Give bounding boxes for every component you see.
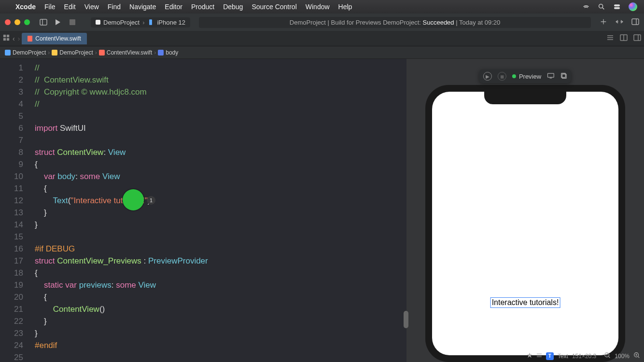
code-content[interactable]: // // ContentView.swift // Copyright © w… <box>29 59 208 362</box>
menu-source-control[interactable]: Source Control <box>252 3 296 11</box>
status-green-dot <box>512 74 516 78</box>
app-menu[interactable]: Xcode <box>15 3 36 11</box>
property-icon <box>158 50 164 56</box>
zoom-level[interactable]: 100% <box>615 353 630 360</box>
swift-file-icon <box>28 36 32 42</box>
svg-rect-9 <box>3 38 6 40</box>
change-count-badge: 1 <box>147 196 155 205</box>
svg-rect-12 <box>634 35 641 41</box>
scheme-device-name: iPhone 12 <box>157 19 185 26</box>
menu-help[interactable]: Help <box>338 3 352 11</box>
close-window[interactable] <box>5 19 11 25</box>
zoom-in-icon[interactable] <box>633 352 640 360</box>
preview-text-element[interactable]: Interactive tutorials! <box>490 297 560 308</box>
line-gutter: 1234567891011121314151617181920212223242… <box>0 59 29 362</box>
stop-button[interactable] <box>68 17 77 27</box>
preview-duplicate-icon[interactable] <box>560 72 567 81</box>
svg-rect-4 <box>70 19 75 25</box>
live-preview-icon[interactable]: ▶ <box>483 72 492 81</box>
preview-toolbar: ▶ ◼ Preview <box>479 70 571 83</box>
svg-rect-13 <box>548 73 554 77</box>
xcode-toolbar: DemoProject › iPhone 12 DemoProject | Bu… <box>0 14 644 31</box>
library-icon[interactable] <box>615 18 624 27</box>
menu-product[interactable]: Product <box>191 3 214 11</box>
editor-options-icon[interactable] <box>606 34 614 43</box>
menu-find[interactable]: Find <box>108 3 121 11</box>
scheme-project-name: DemoProject <box>103 19 140 26</box>
tab-contentview[interactable]: ContentView.swift <box>22 33 87 44</box>
nav-forward[interactable]: › <box>18 35 20 42</box>
siri-icon[interactable] <box>629 2 637 11</box>
breadcrumb-folder[interactable]: DemoProject <box>59 49 93 56</box>
breadcrumb-symbol[interactable]: body <box>166 49 178 56</box>
nav-back[interactable]: ‹ <box>13 35 15 42</box>
add-icon[interactable] <box>600 18 607 27</box>
menu-editor[interactable]: Editor <box>165 3 182 11</box>
inspector-type: Text <box>558 353 568 360</box>
inspector-toggle[interactable] <box>631 18 639 27</box>
svg-rect-3 <box>40 19 47 25</box>
tab-filename: ContentView.swift <box>35 35 81 42</box>
window-controls <box>5 19 30 25</box>
svg-rect-6 <box>632 19 639 25</box>
cursor-highlight-marker <box>123 189 144 210</box>
svg-rect-7 <box>3 34 6 37</box>
menu-edit[interactable]: Edit <box>64 3 76 11</box>
project-icon <box>5 50 11 56</box>
svg-rect-5 <box>150 19 153 25</box>
minimize-window[interactable] <box>14 19 20 25</box>
wifi-icon[interactable] <box>582 3 590 11</box>
activity-status[interactable]: DemoProject | Build for Previews DemoPro… <box>199 17 591 28</box>
preview-device-icon[interactable] <box>547 72 555 81</box>
menu-file[interactable]: File <box>44 3 56 11</box>
canvas-status-bar: T Text 151×20.3 100% <box>527 352 640 360</box>
breadcrumb-project[interactable]: DemoProject <box>13 49 46 56</box>
device-frame: Interactive tutorials! <box>425 85 625 362</box>
breadcrumb-file[interactable]: ContentView.swift <box>107 49 153 56</box>
inspector-size: 151×20.3 <box>572 353 596 360</box>
svg-rect-10 <box>7 38 9 40</box>
device-screen[interactable]: Interactive tutorials! <box>432 92 618 355</box>
preview-label: Preview <box>519 73 541 80</box>
preview-pause-icon[interactable]: ◼ <box>498 72 506 81</box>
pin-icon[interactable] <box>527 352 532 360</box>
code-editor[interactable]: 1234567891011121314151617181920212223242… <box>0 59 406 362</box>
menu-navigate[interactable]: Navigate <box>129 3 156 11</box>
device-icon <box>147 19 154 26</box>
svg-rect-8 <box>7 34 9 37</box>
menu-view[interactable]: View <box>84 3 99 11</box>
control-center-icon[interactable] <box>613 3 621 11</box>
text-type-badge: T <box>546 352 554 360</box>
swift-file-icon <box>99 50 105 56</box>
folder-icon <box>52 50 57 56</box>
svg-rect-1 <box>614 4 620 6</box>
preview-scrollbar[interactable] <box>404 311 408 328</box>
jump-bar[interactable]: DemoProject › DemoProject › ContentView.… <box>0 46 644 59</box>
menu-window[interactable]: Window <box>306 3 330 11</box>
canvas-preview: ▶ ◼ Preview Interactive tutorials! T Tex… <box>406 59 644 362</box>
zoom-out-icon[interactable] <box>604 352 611 360</box>
navigator-toggle[interactable] <box>39 17 48 27</box>
run-button[interactable] <box>53 17 63 27</box>
svg-rect-2 <box>614 7 620 9</box>
editor-tab-bar: ‹ › ContentView.swift <box>0 31 644 46</box>
project-icon <box>96 20 100 25</box>
adjust-editor-icon[interactable] <box>620 34 628 43</box>
related-items-icon[interactable] <box>3 34 10 43</box>
scheme-selector[interactable]: DemoProject › iPhone 12 <box>91 17 190 28</box>
macos-menubar: Xcode File Edit View Find Navigate Edito… <box>0 0 644 14</box>
device-notch <box>484 92 566 104</box>
add-editor-icon[interactable] <box>633 34 641 43</box>
preview-status[interactable]: Preview <box>512 73 541 80</box>
menu-debug[interactable]: Debug <box>223 3 243 11</box>
spotlight-icon[interactable] <box>598 3 605 11</box>
zoom-window[interactable] <box>24 19 30 25</box>
adjust-icon[interactable] <box>536 352 542 360</box>
main-split: 1234567891011121314151617181920212223242… <box>0 59 644 362</box>
svg-point-0 <box>599 4 603 8</box>
